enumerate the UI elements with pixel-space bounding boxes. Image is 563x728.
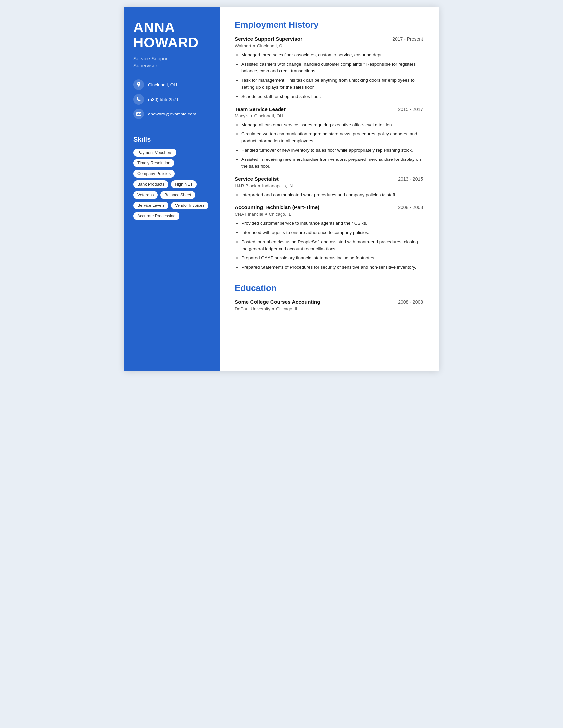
job-block: Team Service Leader2015 - 2017Macy'sCinc… (235, 106, 423, 170)
bullet-item: Interfaced with agents to ensure adheren… (241, 229, 423, 236)
skills-heading: Skills (133, 136, 211, 143)
job-title: Accounting Technician (Part-Time) (235, 205, 319, 210)
contact-phone: (530) 555-2571 (133, 94, 211, 105)
bullet-item: Assisted cashiers with change, handled c… (241, 61, 423, 75)
bullet-item: Managed three sales floor associates, cu… (241, 52, 423, 59)
job-bullets: Managed three sales floor associates, cu… (235, 52, 423, 100)
job-block: Service Support Supervisor2017 - Present… (235, 36, 423, 100)
bullet-item: Task for management: This task can be an… (241, 77, 423, 91)
job-bullets: Provided customer service to insurance a… (235, 220, 423, 271)
sidebar: ANNA HOWARD Service Support Supervisor C… (124, 7, 220, 371)
dot-separator (253, 45, 255, 47)
skill-tag: Bank Products (133, 180, 168, 188)
email-icon (133, 109, 144, 119)
school-location: Chicago, IL (276, 306, 299, 311)
job-dates: 2013 - 2015 (398, 176, 423, 182)
skill-tag: Payment Vouchers (133, 149, 176, 157)
job-block: Accounting Technician (Part-Time)2008 - … (235, 205, 423, 271)
employment-heading: Employment History (235, 20, 423, 30)
skills-list: Payment VouchersTimely ResolutionCompany… (133, 149, 211, 220)
school-info: DePaul UniversityChicago, IL (235, 306, 423, 311)
job-dates: 2008 - 2008 (398, 205, 423, 210)
job-location: Chicago, IL (269, 212, 292, 217)
job-location: Cincinnati, OH (257, 43, 286, 48)
education-container: Some College Courses Accounting2008 - 20… (235, 299, 423, 311)
company-name: CNA Financial (235, 212, 263, 217)
job-header: Team Service Leader2015 - 2017 (235, 106, 423, 112)
school-name: DePaul University (235, 306, 270, 311)
education-dates: 2008 - 2008 (398, 299, 423, 305)
company-name: H&R Block (235, 183, 256, 188)
candidate-title: Service Support Supervisor (133, 55, 211, 69)
degree-title: Some College Courses Accounting (235, 299, 320, 305)
company-name: Macy's (235, 114, 249, 118)
company-name: Walmart (235, 43, 251, 48)
bullet-item: Posted journal entries using PeopleSoft … (241, 239, 423, 252)
job-header: Service Support Supervisor2017 - Present (235, 36, 423, 42)
job-company: CNA FinancialChicago, IL (235, 212, 423, 217)
bullet-item: Scheduled staff for shop and sales floor… (241, 93, 423, 100)
dot-separator (258, 185, 260, 187)
skill-tag: Company Policies (133, 170, 174, 178)
main-content: Employment History Service Support Super… (220, 7, 439, 371)
job-title: Service Support Supervisor (235, 36, 303, 42)
skills-section: Skills Payment VouchersTimely Resolution… (133, 136, 211, 220)
education-heading: Education (235, 283, 423, 293)
job-block: Service Specialist2013 - 2015H&R BlockIn… (235, 176, 423, 199)
bullet-item: Manage all customer service issues requi… (241, 122, 423, 129)
job-dates: 2015 - 2017 (398, 107, 423, 112)
job-dates: 2017 - Present (393, 36, 423, 42)
skill-tag: Vendor Invoices (171, 202, 208, 209)
skill-tag: Timely Resolution (133, 159, 174, 167)
bullet-item: Interpreted and communicated work proced… (241, 192, 423, 199)
job-location: Indianapolis, IN (262, 183, 293, 188)
bullet-item: Assisted in receiving new merchandise fr… (241, 156, 423, 170)
job-company: H&R BlockIndianapolis, IN (235, 183, 423, 188)
job-title: Service Specialist (235, 176, 278, 182)
resume-wrapper: ANNA HOWARD Service Support Supervisor C… (124, 7, 439, 371)
phone-icon (133, 94, 144, 105)
bullet-item: Handled turnover of new inventory to sal… (241, 147, 423, 154)
contact-location: Cincinnati, OH (133, 79, 211, 90)
dot-separator (272, 308, 274, 310)
skill-tag: Balance Sheet (160, 191, 195, 199)
skill-tag: Veterans (133, 191, 158, 199)
bullet-item: Prepared GAAP subsidiary financial state… (241, 255, 423, 262)
job-title: Team Service Leader (235, 106, 286, 112)
job-bullets: Interpreted and communicated work proced… (235, 192, 423, 199)
bullet-item: Prepared Statements of Procedures for se… (241, 264, 423, 271)
dot-separator (251, 115, 252, 117)
dot-separator (265, 213, 267, 215)
education-block: Some College Courses Accounting2008 - 20… (235, 299, 423, 311)
education-header: Some College Courses Accounting2008 - 20… (235, 299, 423, 305)
location-icon (133, 79, 144, 90)
jobs-container: Service Support Supervisor2017 - Present… (235, 36, 423, 271)
skill-tag: High NET (171, 180, 197, 188)
contact-email: ahoward@example.com (133, 109, 211, 119)
job-company: WalmartCincinnati, OH (235, 43, 423, 48)
contact-section: Cincinnati, OH (530) 555-2571 ahoward (133, 79, 211, 119)
skill-tag: Accurate Processing (133, 212, 179, 220)
job-company: Macy'sCincinnati, OH (235, 114, 423, 118)
skill-tag: Service Levels (133, 202, 168, 209)
bullet-item: Provided customer service to insurance a… (241, 220, 423, 227)
bullet-item: Circulated written communication regardi… (241, 131, 423, 145)
job-bullets: Manage all customer service issues requi… (235, 122, 423, 170)
candidate-name: ANNA HOWARD (133, 20, 211, 50)
job-header: Accounting Technician (Part-Time)2008 - … (235, 205, 423, 210)
job-header: Service Specialist2013 - 2015 (235, 176, 423, 182)
job-location: Cincinnati, OH (254, 114, 283, 118)
